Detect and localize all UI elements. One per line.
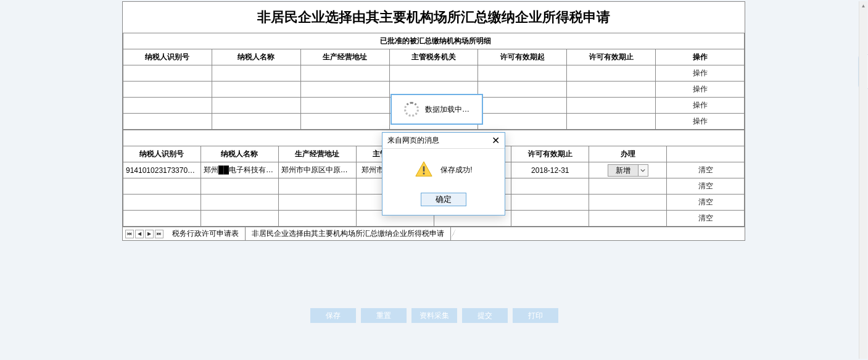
section1-title: 已批准的被汇总缴纳机构场所明细: [123, 33, 745, 49]
close-icon[interactable]: ✕: [492, 136, 500, 146]
cell-date-to: 2018-12-31: [511, 162, 589, 178]
table-row: 操作: [123, 65, 745, 82]
tab-last-icon[interactable]: ⏭: [155, 230, 163, 238]
th-taxname: 纳税人名称: [200, 146, 278, 162]
alert-dialog: 来自网页的消息 ✕ 保存成功! 确定: [382, 132, 505, 216]
bottom-toolbar: 保存 重置 资料采集 提交 打印: [0, 308, 868, 323]
th-addr: 生产经营地址: [300, 49, 389, 65]
print-button[interactable]: 打印: [513, 308, 558, 323]
th-clear: [667, 146, 745, 162]
op-link[interactable]: 操作: [693, 85, 708, 93]
alert-body: 保存成功!: [382, 149, 505, 186]
th-valid-to: 许可有效期止: [567, 49, 656, 65]
tab-nav: ⏮ ◀ ▶ ⏭: [123, 230, 166, 238]
tab-tax-permit[interactable]: 税务行政许可申请表: [166, 227, 246, 240]
cell-name: 郑州██电子科技有限公司: [201, 165, 278, 175]
alert-title-text: 来自网页的消息: [387, 135, 439, 146]
op-link[interactable]: 操作: [693, 117, 708, 125]
scrollbar[interactable]: ▲: [859, 1, 867, 359]
page-title: 非居民企业选择由其主要机构场所汇总缴纳企业所得税申请: [123, 2, 745, 33]
clear-link[interactable]: 清空: [698, 198, 713, 206]
alert-footer: 确定: [382, 186, 505, 215]
tab-prev-icon[interactable]: ◀: [135, 230, 144, 238]
submit-button[interactable]: 提交: [462, 308, 508, 323]
warning-icon: [415, 160, 433, 180]
th-authority: 主管税务机关: [389, 49, 478, 65]
alert-message: 保存成功!: [440, 165, 472, 175]
handle-dropdown[interactable]: 新增: [608, 164, 648, 177]
loading-popup: 数据加载中…: [391, 94, 483, 125]
th-taxid: 纳税人识别号: [123, 49, 212, 65]
clear-link[interactable]: 清空: [698, 182, 713, 190]
collect-button[interactable]: 资料采集: [411, 308, 457, 323]
th-valid-from: 许可有效期起: [478, 49, 567, 65]
spinner-icon: [404, 102, 419, 117]
tab-next-icon[interactable]: ▶: [145, 230, 154, 238]
tab-nonresident[interactable]: 非居民企业选择由其主要机构场所汇总缴纳企业所得税申请: [246, 227, 451, 240]
table-header-row: 纳税人识别号 纳税人名称 生产经营地址 主管税务机关 许可有效期起 许可有效期止…: [123, 49, 745, 65]
cell-addr: 郑州市中原区中原中路██楼██28层: [279, 165, 356, 175]
alert-titlebar: 来自网页的消息 ✕: [382, 133, 505, 149]
loading-text: 数据加载中…: [425, 104, 469, 115]
th-valid-to: 许可有效期止: [511, 146, 589, 162]
save-button[interactable]: 保存: [310, 308, 356, 323]
svg-rect-1: [423, 173, 425, 175]
cell-taxid: 914101023173370183N: [123, 166, 200, 175]
th-op: 操作: [656, 49, 745, 65]
op-link[interactable]: 操作: [693, 69, 708, 77]
svg-rect-0: [423, 166, 425, 171]
th-handle: 办理: [589, 146, 667, 162]
handle-label: 新增: [608, 165, 638, 176]
clear-link[interactable]: 清空: [698, 165, 713, 174]
op-link[interactable]: 操作: [693, 101, 708, 109]
ok-button[interactable]: 确定: [421, 193, 466, 206]
scroll-up-icon[interactable]: ▲: [859, 1, 867, 10]
reset-button[interactable]: 重置: [361, 308, 407, 323]
chevron-down-icon: [638, 165, 648, 176]
clear-link[interactable]: 清空: [698, 214, 713, 222]
sheet-tabs: ⏮ ◀ ▶ ⏭ 税务行政许可申请表 非居民企业选择由其主要机构场所汇总缴纳企业所…: [123, 227, 745, 240]
th-addr: 生产经营地址: [278, 146, 356, 162]
th-taxname: 纳税人名称: [212, 49, 300, 65]
th-taxid: 纳税人识别号: [123, 146, 201, 162]
tab-first-icon[interactable]: ⏮: [125, 230, 134, 238]
